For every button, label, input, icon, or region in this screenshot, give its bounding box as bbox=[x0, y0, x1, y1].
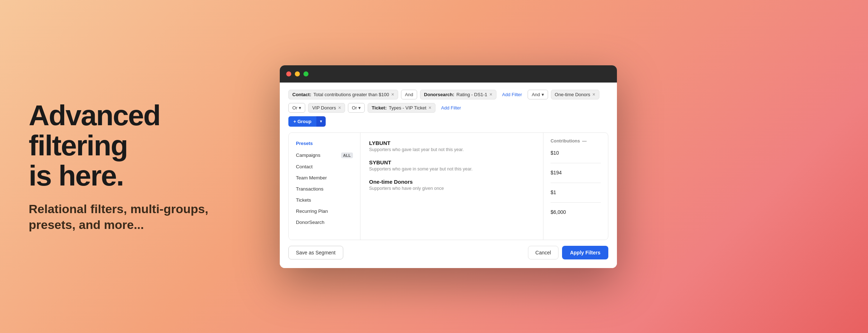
chip-vip-donors-close-icon[interactable]: × bbox=[338, 105, 341, 110]
save-segment-button[interactable]: Save as Segment bbox=[288, 246, 343, 259]
window-content: Contact: Total contributions greater tha… bbox=[280, 83, 617, 268]
contributions-sort-icon[interactable]: — bbox=[582, 139, 587, 144]
filter-row-group: + Group ▾ bbox=[288, 116, 608, 127]
sidebar-item-recurring-plan[interactable]: Recurring Plan bbox=[289, 206, 360, 217]
sidebar-item-contact[interactable]: Contact bbox=[289, 161, 360, 172]
preset-sybunt-desc: Supporters who gave in some year but not… bbox=[369, 166, 534, 172]
contribution-value-2: $194 bbox=[551, 168, 601, 175]
divider-1 bbox=[551, 163, 601, 163]
connector-or-1-chevron: ▾ bbox=[299, 105, 301, 111]
filter-bar: Contact: Total contributions greater tha… bbox=[288, 90, 608, 127]
left-panel: Advanced filtering is here. Relational f… bbox=[29, 100, 237, 233]
filter-chip-donorsearch[interactable]: Donorsearch: Rating - DS1-1 × bbox=[420, 90, 496, 99]
subheadline: Relational filters, multi-groups, preset… bbox=[29, 201, 237, 233]
connector-or-2-label: Or bbox=[352, 105, 357, 111]
minimize-dot[interactable] bbox=[295, 71, 300, 76]
filter-chip-contact[interactable]: Contact: Total contributions greater tha… bbox=[288, 90, 398, 99]
contributions-header: Contributions — bbox=[551, 139, 601, 144]
main-panel: Presets Campaigns ALL Contact Team Membe… bbox=[288, 132, 608, 240]
preset-sybunt-title: SYBUNT bbox=[369, 159, 534, 165]
preset-one-time-desc: Supporters who have only given once bbox=[369, 186, 534, 191]
sidebar-team-member-label: Team Member bbox=[296, 175, 327, 180]
titlebar bbox=[280, 65, 617, 83]
footer-right: Cancel Apply Filters bbox=[528, 246, 608, 259]
chip-donorsearch-label: Donorsearch: bbox=[424, 92, 454, 97]
filter-row-1: Contact: Total contributions greater tha… bbox=[288, 90, 608, 99]
chip-contact-value: Total contributions greater than $100 bbox=[313, 92, 389, 97]
preset-lybunt-desc: Supporters who gave last year but not th… bbox=[369, 147, 534, 152]
chip-ticket-close-icon[interactable]: × bbox=[429, 105, 431, 110]
connector-or-1-label: Or bbox=[292, 105, 297, 111]
sidebar-campaigns-badge: ALL bbox=[341, 153, 353, 158]
preset-sybunt[interactable]: SYBUNT Supporters who gave in some year … bbox=[369, 159, 534, 172]
headline: Advanced filtering is here. bbox=[29, 100, 237, 191]
footer: Save as Segment Cancel Apply Filters bbox=[288, 240, 608, 261]
sidebar-item-team-member[interactable]: Team Member bbox=[289, 172, 360, 183]
filter-row-2: Or ▾ VIP Donors × Or ▾ Ticket: Types - V… bbox=[288, 103, 608, 113]
chip-vip-donors-value: VIP Donors bbox=[312, 105, 336, 111]
cancel-button[interactable]: Cancel bbox=[528, 246, 559, 259]
chip-contact-label: Contact: bbox=[292, 92, 311, 97]
chip-donorsearch-value: Rating - DS1-1 bbox=[457, 92, 487, 97]
right-column: Contributions — $10 $194 $1 $6,000 bbox=[543, 133, 608, 240]
sidebar-campaigns-label: Campaigns bbox=[296, 153, 320, 158]
divider-3 bbox=[551, 202, 601, 203]
sidebar-contact-label: Contact bbox=[296, 164, 313, 169]
preset-one-time-title: One-time Donors bbox=[369, 179, 534, 185]
chip-contact-close-icon[interactable]: × bbox=[391, 92, 394, 97]
filter-chip-one-time[interactable]: One-time Donors × bbox=[551, 90, 599, 99]
maximize-dot[interactable] bbox=[303, 71, 308, 76]
group-button-wrap: + Group ▾ bbox=[288, 116, 326, 127]
sidebar-item-tickets[interactable]: Tickets bbox=[289, 194, 360, 206]
chip-ticket-label: Ticket: bbox=[372, 105, 387, 111]
presets-content: LYBUNT Supporters who gave last year but… bbox=[360, 133, 543, 240]
sidebar-donorsearch-label: DonorSearch bbox=[296, 220, 325, 225]
app-window: Contact: Total contributions greater tha… bbox=[280, 65, 617, 268]
close-dot[interactable] bbox=[286, 71, 291, 76]
background: Advanced filtering is here. Relational f… bbox=[0, 0, 868, 333]
contribution-value-4: $6,000 bbox=[551, 208, 601, 215]
contribution-value-3: $1 bbox=[551, 188, 601, 195]
contribution-value-1: $10 bbox=[551, 149, 601, 156]
contributions-label: Contributions bbox=[551, 139, 580, 144]
chip-one-time-close-icon[interactable]: × bbox=[593, 92, 595, 97]
filter-sidebar: Presets Campaigns ALL Contact Team Membe… bbox=[289, 133, 360, 240]
filter-chip-ticket[interactable]: Ticket: Types - VIP Ticket × bbox=[368, 103, 435, 113]
connector-or-2-chevron: ▾ bbox=[358, 105, 361, 111]
sidebar-item-transactions[interactable]: Transactions bbox=[289, 183, 360, 194]
presets-heading: Presets bbox=[289, 139, 360, 150]
chip-donorsearch-close-icon[interactable]: × bbox=[490, 92, 492, 97]
divider-2 bbox=[551, 183, 601, 183]
sidebar-transactions-label: Transactions bbox=[296, 186, 324, 192]
connector-and-2[interactable]: And ▾ bbox=[528, 90, 548, 99]
add-filter-btn-2[interactable]: Add Filter bbox=[438, 103, 464, 112]
chip-one-time-value: One-time Donors bbox=[555, 92, 590, 97]
sidebar-recurring-plan-label: Recurring Plan bbox=[296, 208, 328, 214]
connector-and-1[interactable]: And bbox=[401, 90, 417, 99]
preset-lybunt[interactable]: LYBUNT Supporters who gave last year but… bbox=[369, 140, 534, 152]
connector-or-2[interactable]: Or ▾ bbox=[348, 103, 365, 113]
preset-lybunt-title: LYBUNT bbox=[369, 140, 534, 146]
sidebar-item-donorsearch[interactable]: DonorSearch bbox=[289, 217, 360, 228]
sidebar-item-campaigns[interactable]: Campaigns ALL bbox=[289, 150, 360, 161]
sidebar-tickets-label: Tickets bbox=[296, 197, 311, 203]
connector-or-1[interactable]: Or ▾ bbox=[288, 103, 305, 113]
apply-filters-button[interactable]: Apply Filters bbox=[562, 246, 608, 259]
add-group-button[interactable]: + Group bbox=[288, 116, 316, 127]
preset-one-time-donors[interactable]: One-time Donors Supporters who have only… bbox=[369, 179, 534, 191]
chip-ticket-value: Types - VIP Ticket bbox=[389, 105, 426, 111]
filter-chip-vip-donors[interactable]: VIP Donors × bbox=[308, 103, 345, 113]
group-button-arrow[interactable]: ▾ bbox=[316, 116, 326, 127]
add-filter-btn-1[interactable]: Add Filter bbox=[499, 90, 525, 99]
connector-chevron-icon: ▾ bbox=[542, 92, 544, 97]
connector-and-2-label: And bbox=[532, 92, 540, 97]
